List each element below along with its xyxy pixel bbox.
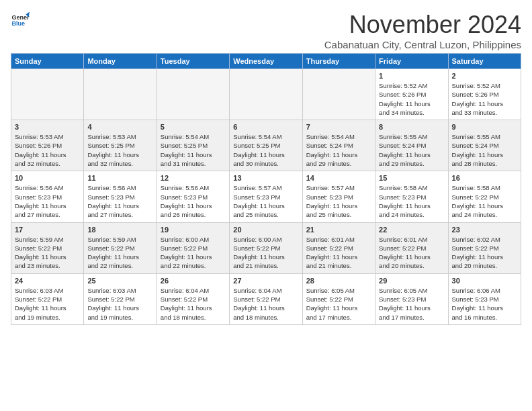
- day-info: Sunrise: 5:58 AM Sunset: 5:23 PM Dayligh…: [379, 183, 444, 219]
- day-number: 8: [379, 123, 444, 131]
- day-number: 1: [379, 72, 444, 80]
- day-number: 14: [306, 174, 371, 182]
- week-row: 3Sunrise: 5:53 AM Sunset: 5:26 PM Daylig…: [11, 120, 521, 171]
- day-cell: 20Sunrise: 6:00 AM Sunset: 5:22 PM Dayli…: [230, 222, 302, 273]
- day-cell: 26Sunrise: 6:04 AM Sunset: 5:22 PM Dayli…: [157, 273, 229, 324]
- day-cell: 13Sunrise: 5:57 AM Sunset: 5:23 PM Dayli…: [230, 171, 302, 222]
- day-cell: 4Sunrise: 5:53 AM Sunset: 5:25 PM Daylig…: [84, 120, 157, 171]
- day-info: Sunrise: 5:56 AM Sunset: 5:23 PM Dayligh…: [15, 183, 80, 219]
- day-cell: [11, 69, 84, 120]
- day-cell: 2Sunrise: 5:52 AM Sunset: 5:26 PM Daylig…: [448, 69, 521, 120]
- day-info: Sunrise: 5:54 AM Sunset: 5:25 PM Dayligh…: [233, 132, 298, 168]
- col-header-saturday: Saturday: [448, 54, 521, 69]
- day-number: 11: [87, 174, 152, 182]
- day-number: 3: [15, 123, 80, 131]
- day-cell: 7Sunrise: 5:54 AM Sunset: 5:24 PM Daylig…: [302, 120, 375, 171]
- location-title: Cabanatuan City, Central Luzon, Philippi…: [324, 39, 521, 50]
- day-number: 7: [306, 123, 371, 131]
- day-number: 16: [452, 174, 517, 182]
- day-info: Sunrise: 6:02 AM Sunset: 5:22 PM Dayligh…: [452, 235, 517, 271]
- day-cell: 16Sunrise: 5:58 AM Sunset: 5:22 PM Dayli…: [448, 171, 521, 222]
- day-cell: 27Sunrise: 6:04 AM Sunset: 5:22 PM Dayli…: [230, 273, 302, 324]
- day-info: Sunrise: 5:53 AM Sunset: 5:25 PM Dayligh…: [87, 132, 152, 168]
- day-number: 13: [233, 174, 298, 182]
- day-cell: 10Sunrise: 5:56 AM Sunset: 5:23 PM Dayli…: [11, 171, 84, 222]
- day-cell: 17Sunrise: 5:59 AM Sunset: 5:22 PM Dayli…: [11, 222, 84, 273]
- day-cell: [157, 69, 229, 120]
- day-cell: 6Sunrise: 5:54 AM Sunset: 5:25 PM Daylig…: [230, 120, 302, 171]
- day-number: 21: [306, 226, 371, 234]
- day-cell: [302, 69, 375, 120]
- day-cell: 22Sunrise: 6:01 AM Sunset: 5:22 PM Dayli…: [375, 222, 448, 273]
- col-header-thursday: Thursday: [302, 54, 375, 69]
- svg-text:Blue: Blue: [11, 20, 25, 27]
- day-number: 22: [379, 226, 444, 234]
- day-info: Sunrise: 6:04 AM Sunset: 5:22 PM Dayligh…: [161, 286, 226, 322]
- day-number: 4: [87, 123, 152, 131]
- col-header-monday: Monday: [84, 54, 157, 69]
- day-number: 2: [452, 72, 517, 80]
- day-number: 18: [87, 226, 152, 234]
- day-number: 23: [452, 226, 517, 234]
- day-cell: 14Sunrise: 5:57 AM Sunset: 5:23 PM Dayli…: [302, 171, 375, 222]
- day-cell: [230, 69, 302, 120]
- day-info: Sunrise: 6:03 AM Sunset: 5:22 PM Dayligh…: [15, 286, 80, 322]
- day-cell: 23Sunrise: 6:02 AM Sunset: 5:22 PM Dayli…: [448, 222, 521, 273]
- logo: General Blue: [11, 11, 30, 30]
- day-number: 28: [306, 277, 371, 285]
- day-cell: [84, 69, 157, 120]
- day-info: Sunrise: 5:56 AM Sunset: 5:23 PM Dayligh…: [161, 183, 226, 219]
- day-info: Sunrise: 5:56 AM Sunset: 5:23 PM Dayligh…: [87, 183, 152, 219]
- day-number: 27: [233, 277, 298, 285]
- calendar-table: SundayMondayTuesdayWednesdayThursdayFrid…: [11, 53, 521, 325]
- day-info: Sunrise: 5:55 AM Sunset: 5:24 PM Dayligh…: [452, 132, 517, 168]
- day-cell: 28Sunrise: 6:05 AM Sunset: 5:22 PM Dayli…: [302, 273, 375, 324]
- day-number: 9: [452, 123, 517, 131]
- logo-icon: General Blue: [11, 11, 30, 30]
- day-info: Sunrise: 5:52 AM Sunset: 5:26 PM Dayligh…: [379, 81, 444, 117]
- day-number: 15: [379, 174, 444, 182]
- day-number: 24: [15, 277, 80, 285]
- week-row: 17Sunrise: 5:59 AM Sunset: 5:22 PM Dayli…: [11, 222, 521, 273]
- day-number: 10: [15, 174, 80, 182]
- day-cell: 9Sunrise: 5:55 AM Sunset: 5:24 PM Daylig…: [448, 120, 521, 171]
- day-info: Sunrise: 6:04 AM Sunset: 5:22 PM Dayligh…: [233, 286, 298, 322]
- day-info: Sunrise: 5:59 AM Sunset: 5:22 PM Dayligh…: [87, 235, 152, 271]
- day-info: Sunrise: 5:53 AM Sunset: 5:26 PM Dayligh…: [15, 132, 80, 168]
- day-number: 20: [233, 226, 298, 234]
- col-header-wednesday: Wednesday: [230, 54, 302, 69]
- day-info: Sunrise: 5:58 AM Sunset: 5:22 PM Dayligh…: [452, 183, 517, 219]
- day-number: 25: [87, 277, 152, 285]
- day-cell: 19Sunrise: 6:00 AM Sunset: 5:22 PM Dayli…: [157, 222, 229, 273]
- week-row: 24Sunrise: 6:03 AM Sunset: 5:22 PM Dayli…: [11, 273, 521, 324]
- day-info: Sunrise: 6:00 AM Sunset: 5:22 PM Dayligh…: [233, 235, 298, 271]
- day-info: Sunrise: 5:54 AM Sunset: 5:25 PM Dayligh…: [161, 132, 226, 168]
- day-cell: 30Sunrise: 6:06 AM Sunset: 5:23 PM Dayli…: [448, 273, 521, 324]
- col-header-tuesday: Tuesday: [157, 54, 229, 69]
- week-row: 1Sunrise: 5:52 AM Sunset: 5:26 PM Daylig…: [11, 69, 521, 120]
- col-header-friday: Friday: [375, 54, 448, 69]
- day-cell: 5Sunrise: 5:54 AM Sunset: 5:25 PM Daylig…: [157, 120, 229, 171]
- day-cell: 29Sunrise: 6:05 AM Sunset: 5:23 PM Dayli…: [375, 273, 448, 324]
- day-cell: 11Sunrise: 5:56 AM Sunset: 5:23 PM Dayli…: [84, 171, 157, 222]
- day-number: 30: [452, 277, 517, 285]
- day-info: Sunrise: 5:52 AM Sunset: 5:26 PM Dayligh…: [452, 81, 517, 117]
- day-cell: 8Sunrise: 5:55 AM Sunset: 5:24 PM Daylig…: [375, 120, 448, 171]
- day-cell: 21Sunrise: 6:01 AM Sunset: 5:22 PM Dayli…: [302, 222, 375, 273]
- day-cell: 15Sunrise: 5:58 AM Sunset: 5:23 PM Dayli…: [375, 171, 448, 222]
- day-number: 6: [233, 123, 298, 131]
- page-header: General Blue November 2024 Cabanatuan Ci…: [11, 11, 521, 50]
- day-cell: 18Sunrise: 5:59 AM Sunset: 5:22 PM Dayli…: [84, 222, 157, 273]
- month-title: November 2024: [324, 11, 521, 39]
- day-cell: 3Sunrise: 5:53 AM Sunset: 5:26 PM Daylig…: [11, 120, 84, 171]
- day-number: 29: [379, 277, 444, 285]
- day-info: Sunrise: 6:05 AM Sunset: 5:22 PM Dayligh…: [306, 286, 371, 322]
- day-number: 17: [15, 226, 80, 234]
- day-info: Sunrise: 6:06 AM Sunset: 5:23 PM Dayligh…: [452, 286, 517, 322]
- day-number: 19: [161, 226, 226, 234]
- day-info: Sunrise: 5:57 AM Sunset: 5:23 PM Dayligh…: [306, 183, 371, 219]
- day-info: Sunrise: 6:01 AM Sunset: 5:22 PM Dayligh…: [306, 235, 371, 271]
- day-info: Sunrise: 5:59 AM Sunset: 5:22 PM Dayligh…: [15, 235, 80, 271]
- day-info: Sunrise: 5:54 AM Sunset: 5:24 PM Dayligh…: [306, 132, 371, 168]
- day-info: Sunrise: 6:01 AM Sunset: 5:22 PM Dayligh…: [379, 235, 444, 271]
